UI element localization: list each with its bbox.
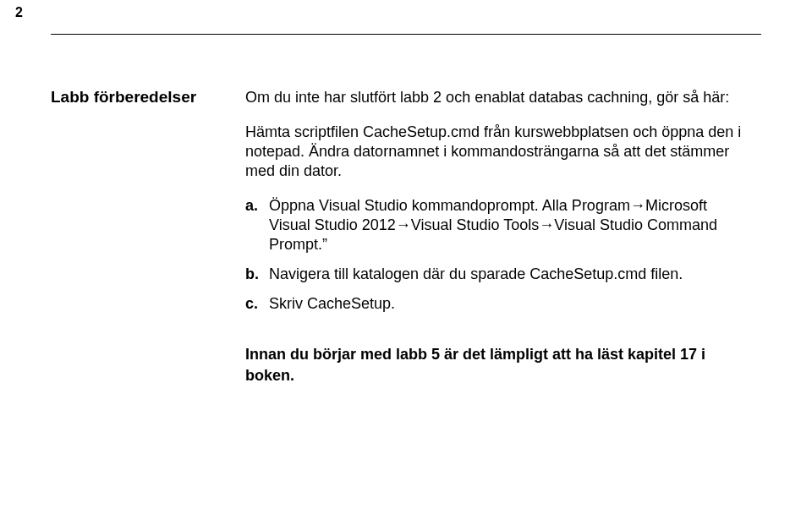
- paragraph-1: Hämta scriptfilen CacheSetup.cmd från ku…: [245, 123, 744, 181]
- list-item: a. Öppna Visual Studio kommandoprompt. A…: [245, 196, 744, 254]
- list-text: Navigera till katalogen där du sparade C…: [269, 265, 744, 284]
- list-item: b. Navigera till katalogen där du sparad…: [245, 265, 744, 284]
- list-text: Öppna Visual Studio kommandoprompt. Alla…: [269, 196, 744, 254]
- list-text: Skriv CacheSetup.: [269, 294, 744, 314]
- list-marker: b.: [245, 265, 269, 284]
- content-area: Labb förberedelser Om du inte har slutfö…: [51, 88, 744, 386]
- list-marker: a.: [245, 196, 269, 254]
- list-marker: c.: [245, 294, 269, 314]
- intro-paragraph: Om du inte har slutfört labb 2 och enabl…: [245, 88, 744, 107]
- page-number: 2: [15, 5, 23, 20]
- footer-paragraph: Innan du börjar med labb 5 är det lämpli…: [245, 344, 744, 386]
- steps-list: a. Öppna Visual Studio kommandoprompt. A…: [245, 196, 744, 314]
- body-row: Labb förberedelser Om du inte har slutfö…: [51, 88, 744, 386]
- page: 2 Labb förberedelser Om du inte har slut…: [0, 0, 812, 514]
- horizontal-rule: [51, 34, 761, 35]
- body-text: Om du inte har slutfört labb 2 och enabl…: [245, 88, 744, 386]
- list-item: c. Skriv CacheSetup.: [245, 294, 744, 314]
- section-title: Labb förberedelser: [51, 88, 245, 107]
